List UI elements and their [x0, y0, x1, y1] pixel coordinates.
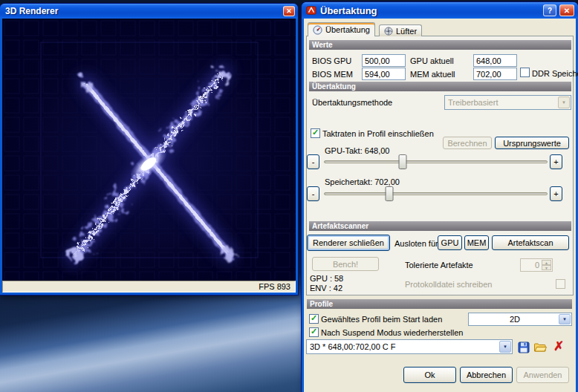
bios-gpu-label: BIOS GPU	[312, 56, 351, 65]
profil-start-label: Gewähltes Profil beim Start laden	[321, 315, 442, 324]
env-temp-stat: ENV : 42	[310, 284, 342, 293]
folder-open-icon	[533, 341, 547, 354]
desktop: 3D Renderer ✕	[0, 0, 578, 392]
close-icon: ✕	[564, 7, 570, 15]
chevron-down-icon: ▼	[499, 341, 511, 353]
spin-up-icon: ▲	[545, 261, 548, 265]
ddr-speicher-checkbox[interactable]	[520, 68, 530, 77]
berechnen-button[interactable]: Berechnen	[443, 137, 492, 149]
delete-profile-button[interactable]: ✗	[551, 338, 567, 354]
artefaktscan-button[interactable]: Artefaktscan	[492, 235, 569, 250]
bench-button[interactable]: Bench!	[312, 257, 379, 271]
close-icon: ✕	[286, 7, 292, 15]
spin-down-button[interactable]: ▼	[542, 265, 551, 270]
abbrechen-button[interactable]: Abbrechen	[460, 367, 513, 383]
start-profil-combobox[interactable]: 2D ▼	[468, 313, 572, 326]
ausloten-mem-button[interactable]: MEM	[464, 235, 489, 250]
start-profil-value: 2D	[472, 315, 558, 324]
check-icon: ✓	[311, 327, 317, 336]
fuzzy-artifact-render	[2, 19, 296, 281]
dialog-body: Übertaktung Lüfter Werte BIOS GPU GPU ak…	[304, 19, 576, 392]
app-icon	[306, 5, 316, 16]
renderer-statusbar: FPS 893	[2, 281, 296, 293]
dialog-close-button[interactable]: ✕	[559, 4, 574, 16]
fan-icon	[384, 27, 393, 36]
tab-uebertaktung[interactable]: Übertaktung	[308, 22, 375, 36]
fps-label: FPS 893	[259, 282, 290, 291]
suspend-checkbox[interactable]: ✓	[309, 327, 319, 337]
protokoll-label: Protokolldatei schreiben	[405, 280, 492, 289]
tab-luefter-label: Lüfter	[396, 27, 417, 36]
chevron-down-icon: ▼	[559, 314, 571, 324]
gpu-aktuell-label: GPU aktuell	[410, 56, 454, 65]
render-canvas	[2, 19, 296, 281]
spin-up-button[interactable]: ▲	[542, 260, 551, 265]
section-header-profile: Profile	[307, 299, 572, 309]
check-icon: ✓	[312, 128, 319, 137]
gpu-aktuell-field[interactable]	[473, 54, 517, 67]
chevron-down-icon: ▼	[558, 97, 570, 108]
gpu-slider-minus-button[interactable]: -	[307, 154, 319, 169]
section-header-artefaktscanner: Artefaktscanner	[309, 221, 571, 231]
delete-icon: ✗	[553, 339, 564, 354]
gpu-slider-track[interactable]	[324, 160, 548, 163]
ddr-speicher-label: DDR Speicher	[532, 69, 578, 78]
anwenden-button[interactable]: Anwenden	[516, 367, 569, 383]
tab-luefter[interactable]: Lüfter	[379, 24, 422, 36]
renderer-titlebar[interactable]: 3D Renderer ✕	[0, 4, 298, 19]
renderer-schliessen-button[interactable]: Renderer schließen	[307, 235, 390, 251]
help-icon: ?	[548, 7, 552, 15]
help-button[interactable]: ?	[543, 4, 556, 16]
gpu-takt-label: GPU-Takt: 648,00	[325, 146, 389, 155]
tolerated-spinner[interactable]: 0 ▲ ▼	[520, 258, 553, 272]
methode-combobox[interactable]: Treiberbasiert ▼	[444, 95, 571, 110]
mem-aktuell-field[interactable]	[473, 68, 517, 80]
load-profile-button[interactable]	[533, 341, 547, 354]
minus-icon: -	[312, 189, 315, 198]
plus-icon: +	[553, 189, 558, 198]
suspend-label: Nach Suspend Modus wiederherstellen	[321, 328, 463, 337]
profil-value: 3D * 648,00:702,00 C F	[310, 342, 396, 351]
renderer-window: 3D Renderer ✕	[0, 4, 298, 295]
tab-uebertaktung-label: Übertaktung	[325, 25, 370, 34]
renderer-close-button[interactable]: ✕	[283, 6, 295, 16]
spin-down-icon: ▼	[545, 266, 548, 270]
overclock-dialog: Übertaktung ? ✕ Übertaktung	[302, 2, 578, 392]
speichertakt-label: Speichertakt: 702,00	[325, 177, 400, 186]
mem-slider-plus-button[interactable]: +	[550, 186, 562, 201]
bios-mem-label: BIOS MEM	[312, 70, 353, 79]
bios-mem-field[interactable]	[362, 68, 406, 80]
mem-slider-track[interactable]	[324, 192, 548, 195]
renderer-window-title: 3D Renderer	[5, 6, 58, 16]
protokoll-checkbox[interactable]	[556, 279, 565, 289]
gpu-slider-thumb[interactable]	[398, 154, 406, 169]
save-profile-button[interactable]	[517, 341, 530, 354]
ok-button[interactable]: Ok	[403, 367, 456, 383]
section-header-uebertaktung: Übertaktung	[309, 82, 571, 91]
section-header-werte: Werte	[309, 40, 571, 50]
overclock-tab-icon	[313, 25, 322, 35]
plus-icon: +	[553, 157, 558, 166]
floppy-disk-icon	[517, 341, 530, 354]
check-icon: ✓	[311, 313, 317, 323]
ursprungswerte-button[interactable]: Ursprungswerte	[495, 137, 569, 149]
profil-combobox[interactable]: 3D * 648,00:702,00 C F ▼	[306, 339, 513, 354]
gpu-slider-plus-button[interactable]: +	[550, 154, 562, 169]
profil-start-checkbox[interactable]: ✓	[309, 314, 319, 324]
mem-slider-minus-button[interactable]: -	[307, 186, 319, 201]
tolerated-value: 0	[535, 261, 539, 270]
methode-label: Übertaktungsmethode	[312, 98, 392, 107]
minus-icon: -	[312, 157, 315, 166]
mem-slider-thumb[interactable]	[385, 186, 393, 201]
dialog-title: Übertaktung	[320, 5, 377, 16]
bios-gpu-field[interactable]	[362, 54, 406, 67]
gpu-temp-stat: GPU : 58	[310, 274, 343, 283]
tolerierte-artefakte-label: Tolerierte Artefakte	[405, 261, 473, 270]
ausloten-label: Ausloten für	[394, 239, 438, 248]
dialog-titlebar[interactable]: Übertaktung ? ✕	[302, 2, 578, 19]
taktraten-label: Taktraten in Profil einschließen	[322, 129, 434, 138]
methode-value: Treiberbasiert	[448, 98, 498, 107]
ausloten-gpu-button[interactable]: GPU	[438, 235, 462, 250]
taktraten-checkbox[interactable]: ✓	[311, 128, 320, 138]
mem-aktuell-label: MEM aktuell	[410, 70, 455, 79]
